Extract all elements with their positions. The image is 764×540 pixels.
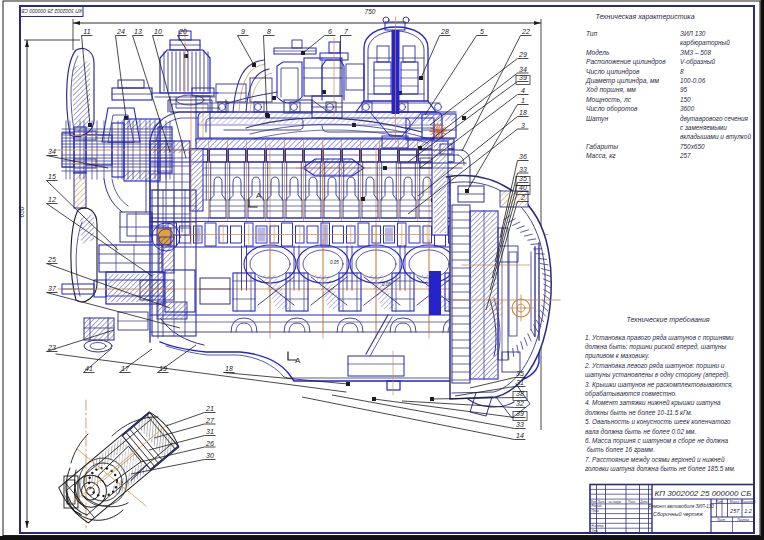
svg-text:с заменяемыми: с заменяемыми xyxy=(680,124,727,131)
svg-text:6: 6 xyxy=(328,28,332,35)
svg-text:650: 650 xyxy=(18,206,25,217)
svg-text:7. Расстояние между осями верх: 7. Расстояние между осями верхней и нижн… xyxy=(585,456,725,464)
svg-text:КП 3002002 25 000000 СБ: КП 3002002 25 000000 СБ xyxy=(20,8,81,14)
svg-text:Ход поршня, мм: Ход поршня, мм xyxy=(585,86,636,94)
svg-text:Техническая характеристика: Техническая характеристика xyxy=(595,13,694,21)
svg-text:должны быть не более 10-11.5 к: должны быть не более 10-11.5 кГм. xyxy=(585,409,692,416)
svg-text:31: 31 xyxy=(206,428,214,435)
svg-text:11: 11 xyxy=(83,28,90,35)
svg-text:6. Масса поршня с шатуном в сб: 6. Масса поршня с шатуном в сборе не дол… xyxy=(585,437,728,445)
svg-text:Шатун: Шатун xyxy=(586,115,608,123)
svg-text:Дата: Дата xyxy=(639,500,648,504)
svg-text:2. Установка левого ряда шатун: 2. Установка левого ряда шатунов: поршни… xyxy=(584,362,725,370)
svg-text:Лист: Лист xyxy=(596,500,605,504)
svg-text:38: 38 xyxy=(516,390,524,397)
svg-text:10: 10 xyxy=(154,28,162,35)
svg-text:карбюраторный: карбюраторный xyxy=(680,39,730,47)
svg-text:Тип: Тип xyxy=(586,30,597,37)
svg-text:3. Крышки шатунов не раскомпле: 3. Крышки шатунов не раскомплектовываютс… xyxy=(585,381,733,389)
svg-text:100-0.06: 100-0.06 xyxy=(680,77,706,84)
svg-text:Лист: Лист xyxy=(716,518,726,522)
svg-text:Изм: Изм xyxy=(590,500,595,504)
svg-text:Число оборотов: Число оборотов xyxy=(586,105,638,113)
svg-text:быть более 16 грамм.: быть более 16 грамм. xyxy=(585,446,655,454)
svg-text:Технические требования: Технические требования xyxy=(626,316,709,324)
svg-text:18: 18 xyxy=(519,109,527,116)
svg-text:36: 36 xyxy=(519,153,527,160)
svg-text:5: 5 xyxy=(480,28,484,35)
svg-text:5. Овальность и конусность шее: 5. Овальность и конусность шеек коленчат… xyxy=(585,418,731,426)
svg-text:25: 25 xyxy=(47,256,56,263)
svg-text:32: 32 xyxy=(516,400,524,407)
svg-text:Число цилиндров: Число цилиндров xyxy=(586,68,640,76)
svg-text:150: 150 xyxy=(680,96,691,103)
svg-text:1: 1 xyxy=(521,97,525,104)
svg-text:257: 257 xyxy=(679,152,691,159)
svg-text:37: 37 xyxy=(48,285,57,292)
svg-text:34: 34 xyxy=(519,66,527,73)
svg-text:обрабатываются совместно.: обрабатываются совместно. xyxy=(585,390,677,398)
svg-text:8: 8 xyxy=(267,28,271,35)
svg-text:4. Момент затяжки нижней крышк: 4. Момент затяжки нижней крышки шатуна xyxy=(585,399,721,407)
svg-text:Масса: Масса xyxy=(730,500,740,504)
svg-text:20: 20 xyxy=(178,28,187,35)
svg-text:КП 3002002 25 000000 СБ: КП 3002002 25 000000 СБ xyxy=(654,489,751,498)
svg-text:40: 40 xyxy=(519,184,527,191)
svg-text:головки шатуна должна быть не: головки шатуна должна быть не более 185.… xyxy=(585,465,736,473)
svg-text:0.08: 0.08 xyxy=(382,282,391,287)
svg-text:Разраб.: Разраб. xyxy=(592,504,603,508)
svg-text:257: 257 xyxy=(729,508,740,514)
svg-text:33: 33 xyxy=(519,166,527,173)
svg-text:15: 15 xyxy=(48,173,56,180)
svg-text:3: 3 xyxy=(521,122,525,129)
svg-text:Пров.: Пров. xyxy=(592,509,600,513)
svg-text:31: 31 xyxy=(516,379,524,386)
svg-text:Масса, кг: Масса, кг xyxy=(586,152,616,159)
svg-text:1. Установка правого ряда шату: 1. Установка правого ряда шатунов с порш… xyxy=(585,334,734,342)
svg-text:шатуны установлены в одну стор: шатуны установлены в одну сторону (впере… xyxy=(585,371,730,379)
svg-text:Масштаб: Масштаб xyxy=(741,500,756,504)
svg-text:V-образный: V-образный xyxy=(680,58,715,66)
svg-text:Мощность, лс: Мощность, лс xyxy=(586,96,632,104)
svg-text:Расположение цилиндров: Расположение цилиндров xyxy=(586,58,666,66)
svg-text:750х650: 750х650 xyxy=(680,143,705,150)
svg-text:вала должна быть не более 0.02: вала должна быть не более 0.02 мм. xyxy=(585,428,696,435)
svg-text:1:2: 1:2 xyxy=(744,508,752,514)
svg-text:Утв.: Утв. xyxy=(592,529,599,533)
svg-text:12: 12 xyxy=(48,196,56,203)
svg-text:Н.контр.: Н.контр. xyxy=(592,524,605,528)
svg-text:9: 9 xyxy=(241,28,245,35)
svg-text:14: 14 xyxy=(516,432,524,439)
svg-text:27: 27 xyxy=(205,417,215,424)
svg-text:приливом к маховику.: приливом к маховику. xyxy=(585,352,650,360)
svg-text:2: 2 xyxy=(520,194,525,201)
svg-text:ЗМЗ – 508: ЗМЗ – 508 xyxy=(680,49,711,56)
svg-text:26: 26 xyxy=(205,440,214,447)
svg-text:Подп.: Подп. xyxy=(628,500,636,504)
svg-text:должна быть: поршни риской впе: должна быть: поршни риской вперед, шатун… xyxy=(585,343,727,351)
svg-text:Габариты: Габариты xyxy=(586,143,618,151)
svg-text:№ докум.: № докум. xyxy=(608,500,621,504)
svg-text:вкладышами и втулкой: вкладышами и втулкой xyxy=(680,133,751,141)
svg-text:34: 34 xyxy=(48,148,56,155)
svg-text:39: 39 xyxy=(516,410,524,417)
svg-text:3600: 3600 xyxy=(680,105,695,112)
svg-text:8: 8 xyxy=(680,68,684,75)
svg-text:А: А xyxy=(256,191,262,200)
svg-text:41: 41 xyxy=(85,365,93,372)
svg-text:13: 13 xyxy=(134,28,142,35)
svg-text:24: 24 xyxy=(116,28,125,35)
svg-text:18: 18 xyxy=(225,365,233,372)
svg-text:95: 95 xyxy=(680,86,688,93)
svg-text:двутаврового сечения: двутаврового сечения xyxy=(680,115,749,123)
svg-text:Диаметр цилиндра, мм: Диаметр цилиндра, мм xyxy=(585,77,660,85)
svg-text:Сборочный чертеж: Сборочный чертеж xyxy=(653,511,703,517)
svg-text:22: 22 xyxy=(521,28,530,35)
svg-text:0.05: 0.05 xyxy=(330,260,339,265)
svg-text:750: 750 xyxy=(365,8,376,15)
svg-text:4: 4 xyxy=(521,87,525,94)
svg-text:35: 35 xyxy=(516,370,524,377)
svg-text:Ремонт автомобиля ЗИЛ-130: Ремонт автомобиля ЗИЛ-130 xyxy=(648,504,714,509)
svg-text:30: 30 xyxy=(206,452,214,459)
svg-text:35: 35 xyxy=(519,175,527,182)
